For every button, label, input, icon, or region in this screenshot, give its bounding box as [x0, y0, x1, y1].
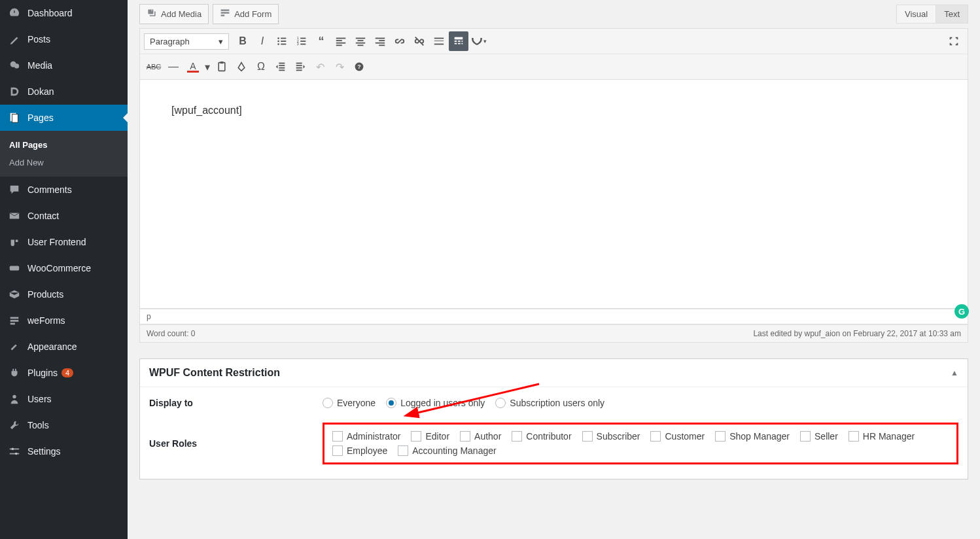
align-right-button[interactable]: [370, 31, 390, 51]
display-option-subscription-users-only[interactable]: Subscription users only: [495, 398, 604, 408]
indent-button[interactable]: [290, 57, 310, 77]
svg-rect-53: [279, 67, 285, 69]
numbered-list-button[interactable]: 123: [292, 31, 311, 51]
user-roles-options: AdministratorEditorAuthorContributorSubs…: [332, 431, 949, 456]
add-media-button[interactable]: Add Media: [139, 4, 209, 24]
checkbox-icon: [800, 431, 811, 442]
role-option-contributor[interactable]: Contributor: [512, 431, 571, 442]
help-button[interactable]: ?: [349, 57, 369, 77]
svg-rect-45: [462, 41, 463, 42]
bullet-list-button[interactable]: [272, 31, 292, 51]
hr-button[interactable]: —: [164, 57, 183, 77]
undo-button[interactable]: ↶: [310, 57, 330, 77]
svg-rect-9: [10, 453, 19, 455]
sidebar-submenu: All PagesAdd New: [0, 131, 128, 177]
sidebar-item-appearance[interactable]: Appearance: [0, 334, 128, 360]
align-center-button[interactable]: [351, 31, 370, 51]
paste-text-button[interactable]: [212, 57, 232, 77]
sidebar-item-tools[interactable]: Tools: [0, 412, 128, 438]
add-form-button[interactable]: Add Form: [213, 4, 279, 24]
clear-format-button[interactable]: [232, 57, 251, 77]
kitchen-sink-button[interactable]: [449, 31, 468, 51]
svg-rect-35: [376, 38, 385, 39]
sidebar-item-products[interactable]: Products: [0, 281, 128, 307]
svg-rect-30: [336, 44, 342, 46]
display-option-logged-in-users-only[interactable]: Logged in users only: [386, 398, 485, 408]
user-frontend-icon: [8, 235, 21, 249]
align-left-button[interactable]: [331, 31, 351, 51]
sidebar-item-posts[interactable]: Posts: [0, 26, 128, 52]
unlink-button[interactable]: [410, 31, 429, 51]
tab-text[interactable]: Text: [936, 5, 968, 24]
role-option-hr-manager[interactable]: HR Manager: [849, 431, 915, 442]
editor-status-bar: Word count: 0 Last edited by wpuf_aion o…: [139, 324, 968, 343]
svg-point-15: [277, 37, 279, 39]
role-option-employee[interactable]: Employee: [332, 445, 387, 456]
submenu-item-add-new[interactable]: Add New: [0, 154, 128, 171]
outdent-button[interactable]: [271, 57, 290, 77]
checkbox-icon: [582, 431, 593, 442]
sidebar-item-settings[interactable]: Settings: [0, 438, 128, 464]
redo-button[interactable]: ↷: [330, 57, 349, 77]
sidebar-item-label: Products: [27, 289, 63, 300]
svg-rect-49: [219, 63, 225, 71]
role-option-editor[interactable]: Editor: [411, 431, 449, 442]
link-button[interactable]: [390, 31, 410, 51]
special-button[interactable]: ▾: [468, 31, 488, 51]
svg-rect-52: [279, 65, 285, 66]
distraction-free-button[interactable]: [944, 31, 964, 51]
italic-button[interactable]: I: [253, 31, 272, 51]
posts-icon: [8, 33, 21, 46]
special-char-button[interactable]: Ω: [251, 57, 271, 77]
chevron-down-icon: ▾: [219, 37, 223, 46]
textcolor-dropdown[interactable]: ▾: [203, 57, 212, 77]
tab-visual[interactable]: Visual: [896, 5, 936, 24]
role-option-accounting-manager[interactable]: Accounting Manager: [398, 445, 496, 456]
checkbox-icon: [411, 431, 421, 442]
sidebar-item-comments[interactable]: Comments: [0, 177, 128, 203]
sidebar-item-media[interactable]: Media: [0, 52, 128, 78]
bold-button[interactable]: B: [233, 31, 253, 51]
panel-header[interactable]: WPUF Content Restriction ▲: [140, 359, 968, 387]
sidebar-item-user-frontend[interactable]: User Frontend: [0, 229, 128, 255]
sidebar-item-pages[interactable]: Pages: [0, 105, 128, 131]
sidebar-item-dokan[interactable]: Dokan: [0, 78, 128, 105]
role-option-subscriber[interactable]: Subscriber: [582, 431, 640, 442]
radio-icon: [386, 398, 396, 408]
svg-rect-5: [10, 320, 19, 322]
blockquote-button[interactable]: “: [311, 31, 331, 51]
strikethrough-button[interactable]: ABC: [144, 57, 164, 77]
svg-rect-39: [434, 38, 444, 39]
role-option-shop-manager[interactable]: Shop Manager: [715, 431, 790, 442]
dokan-icon: [8, 85, 21, 98]
editor-body[interactable]: [wpuf_account]: [139, 80, 968, 309]
sidebar-item-users[interactable]: Users: [0, 386, 128, 412]
display-option-everyone[interactable]: Everyone: [323, 398, 376, 408]
sidebar-item-plugins[interactable]: Plugins4: [0, 360, 128, 386]
display-to-options: EveryoneLogged in users onlySubscription…: [323, 398, 604, 408]
editor-path-bar: p G: [139, 309, 968, 324]
role-option-seller[interactable]: Seller: [800, 431, 838, 442]
role-option-author[interactable]: Author: [460, 431, 501, 442]
svg-point-17: [277, 41, 279, 43]
sidebar-item-weforms[interactable]: weForms: [0, 307, 128, 334]
panel-toggle-icon[interactable]: ▲: [951, 368, 958, 377]
grammarly-icon[interactable]: G: [954, 304, 969, 319]
format-select[interactable]: Paragraph ▾: [144, 33, 229, 50]
sidebar-item-woocommerce[interactable]: WooCommerce: [0, 255, 128, 281]
readmore-button[interactable]: [429, 31, 449, 51]
textcolor-button[interactable]: A: [183, 57, 203, 77]
sidebar-item-contact[interactable]: Contact: [0, 203, 128, 229]
role-option-customer[interactable]: Customer: [650, 431, 705, 442]
svg-rect-36: [379, 40, 385, 41]
sidebar-item-dashboard[interactable]: Dashboard: [0, 0, 128, 26]
sidebar-item-label: User Frontend: [27, 237, 86, 247]
role-option-administrator[interactable]: Administrator: [332, 431, 400, 442]
sidebar-item-label: Appearance: [27, 341, 77, 352]
dashboard-icon: [8, 7, 21, 20]
panel-title: WPUF Content Restriction: [149, 367, 280, 379]
svg-rect-22: [300, 38, 306, 39]
submenu-item-all-pages[interactable]: All Pages: [0, 136, 128, 154]
svg-rect-38: [379, 44, 385, 46]
user-roles-label: User Roles: [149, 438, 323, 449]
